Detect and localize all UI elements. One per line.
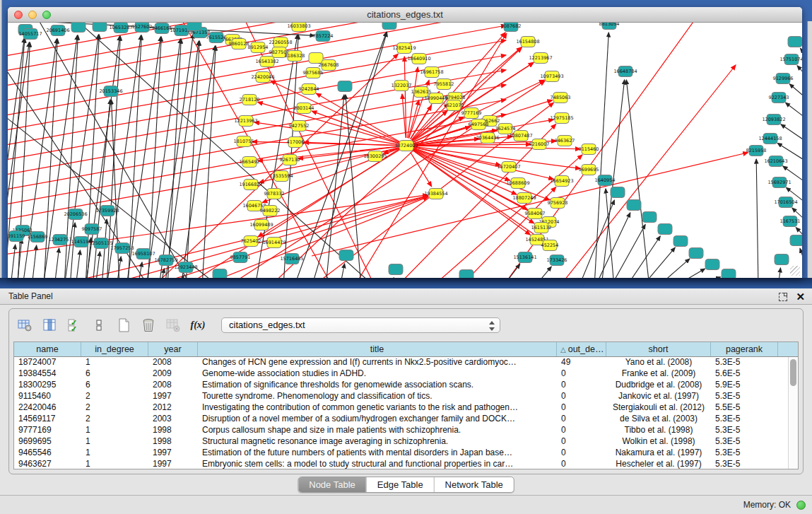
graph-node[interactable]: 1640954: [595, 175, 616, 186]
graph-node[interactable]: 7625402: [241, 236, 261, 247]
column-header-short[interactable]: short: [606, 342, 711, 356]
graph-node[interactable]: 16033803: [287, 23, 310, 32]
graph-node[interactable]: 9463627: [555, 136, 575, 146]
graph-node[interactable]: [673, 236, 688, 247]
close-panel-icon[interactable]: ✕: [796, 288, 805, 305]
graph-node[interactable]: 1810755: [234, 136, 254, 147]
table-row[interactable]: 1938455462009Genome-wide association stu…: [14, 368, 788, 380]
graph-node[interactable]: 2803144: [294, 103, 314, 114]
graph-node[interactable]: [658, 224, 672, 235]
graph-node[interactable]: 9875685: [303, 68, 324, 78]
graph-node[interactable]: 20691406: [46, 25, 69, 36]
graph-node[interactable]: 16099489: [249, 220, 273, 230]
table-vertical-scrollbar[interactable]: [788, 357, 798, 469]
graph-node[interactable]: 16210643: [764, 156, 787, 167]
graph-node[interactable]: 8813054: [599, 23, 620, 30]
graph-node[interactable]: [459, 270, 473, 279]
table-row[interactable]: 1456911722003Disruption of a novel membe…: [14, 414, 788, 425]
graph-node[interactable]: [788, 37, 802, 47]
graph-node[interactable]: 18640910: [407, 54, 430, 64]
graph-node[interactable]: 19166827: [239, 180, 262, 190]
graph-node[interactable]: 15751074: [779, 54, 802, 65]
graph-node[interactable]: [389, 264, 403, 275]
graph-node[interactable]: 9466161: [152, 23, 172, 34]
graph-node[interactable]: 8186328: [285, 51, 305, 62]
graph-node[interactable]: [611, 187, 625, 198]
graph-node[interactable]: [642, 212, 657, 223]
graph-node[interactable]: 9097587: [82, 224, 102, 235]
graph-node[interactable]: 8215958: [746, 146, 767, 156]
graph-node[interactable]: 6216007: [529, 139, 550, 150]
table-row[interactable]: 946554611997Estimation of the future num…: [14, 448, 788, 459]
graph-node[interactable]: 10653287: [109, 23, 132, 33]
scrollbar-thumb[interactable]: [790, 359, 796, 386]
window-resize-grip[interactable]: [790, 266, 800, 276]
graph-node[interactable]: [71, 23, 86, 33]
graph-node[interactable]: 16961758: [420, 67, 443, 78]
graph-node[interactable]: 1733426: [547, 255, 567, 266]
select-columns-icon[interactable]: ✓✓: [64, 315, 84, 335]
graph-node[interactable]: 9857791: [230, 252, 251, 263]
graph-node[interactable]: 15136141: [513, 252, 536, 263]
tab-edge-table[interactable]: Edge Table: [366, 477, 434, 492]
graph-node[interactable]: 10807487: [509, 131, 532, 141]
graph-node[interactable]: 16914479: [262, 238, 286, 248]
graph-node[interactable]: 9427552: [289, 121, 310, 132]
graph-node[interactable]: 12342757: [48, 235, 71, 245]
graph-node[interactable]: 6497568: [469, 119, 489, 130]
network-canvas[interactable]: 1405571720691406106532871527602946616110…: [8, 23, 802, 278]
float-panel-icon[interactable]: [779, 293, 787, 301]
graph-node[interactable]: 16654923: [550, 176, 573, 187]
graph-node[interactable]: 8912954: [248, 42, 269, 53]
graph-node[interactable]: 9129966: [773, 74, 794, 84]
function-builder-icon[interactable]: f(x): [188, 315, 208, 335]
graph-node[interactable]: 12975185: [550, 113, 573, 124]
graph-node[interactable]: 12093822: [762, 115, 785, 125]
graph-node[interactable]: 12213967: [529, 53, 552, 64]
graph-node[interactable]: 15692971: [767, 177, 791, 188]
graph-node[interactable]: 16648784: [613, 66, 637, 77]
graph-node[interactable]: 7955812: [434, 79, 454, 90]
graph-node[interactable]: [775, 255, 789, 265]
table-row[interactable]: 977716911998Corpus callosum shape and si…: [14, 425, 788, 436]
graph-node[interactable]: 9242844: [299, 84, 319, 95]
column-header-in_degree[interactable]: in_degree: [81, 342, 148, 356]
graph-node[interactable]: 417006: [287, 137, 305, 148]
graph-node[interactable]: 1322037: [392, 81, 412, 91]
table-selector-dropdown[interactable]: citations_edges.txt: [221, 317, 500, 333]
graph-node[interactable]: 9584067: [525, 209, 546, 219]
create-table-icon[interactable]: [114, 315, 134, 335]
graph-node[interactable]: [213, 269, 227, 279]
show-columns-icon[interactable]: [40, 315, 59, 335]
graph-node[interactable]: 9267130: [280, 155, 300, 165]
graph-node[interactable]: 22260558: [269, 37, 292, 48]
graph-node[interactable]: 16154808: [516, 37, 539, 47]
table-row[interactable]: 2242004622012Investigating the contribut…: [14, 402, 788, 414]
window-titlebar[interactable]: citations_edges.txt: [8, 7, 802, 23]
table-settings-icon[interactable]: [15, 315, 35, 335]
graph-node[interactable]: 9756928: [548, 198, 568, 209]
graph-node[interactable]: 17016504: [774, 197, 797, 208]
graph-node[interactable]: 19384554: [424, 189, 447, 199]
graph-node[interactable]: 1621072: [444, 100, 464, 111]
graph-node[interactable]: 7857224: [313, 31, 334, 42]
table-row[interactable]: 1872400712008Changes of HCN gene express…: [14, 357, 788, 368]
graph-node[interactable]: 12444158: [758, 134, 782, 144]
graph-node[interactable]: 12825419: [392, 43, 416, 54]
graph-node[interactable]: 1145194: [71, 237, 92, 247]
graph-node[interactable]: [627, 200, 641, 211]
column-header-name[interactable]: name: [14, 342, 81, 356]
table-row[interactable]: 946362711997Embryonic stem cells: a mode…: [14, 459, 788, 469]
graph-node[interactable]: 391159: [8, 231, 25, 242]
graph-node[interactable]: 1527602: [132, 23, 153, 33]
delete-network-table-icon[interactable]: [163, 315, 183, 335]
graph-node[interactable]: 15716485: [280, 254, 303, 264]
graph-node[interactable]: [382, 23, 396, 30]
graph-node[interactable]: 20206536: [64, 209, 87, 220]
graph-node[interactable]: [187, 23, 201, 31]
delete-table-icon[interactable]: [139, 315, 158, 335]
graph-node[interactable]: [790, 235, 802, 246]
graph-node[interactable]: 1156869: [28, 232, 48, 243]
graph-node[interactable]: 9115460: [579, 144, 599, 155]
graph-node[interactable]: [339, 250, 353, 261]
